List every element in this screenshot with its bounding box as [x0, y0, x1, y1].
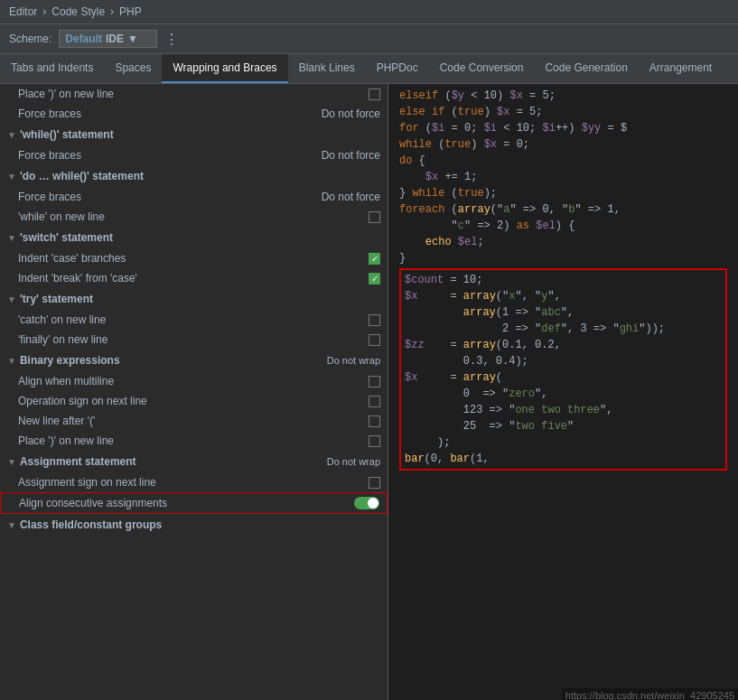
code-line: $x = array( [401, 369, 725, 386]
code-token: while [412, 187, 444, 200]
code-token: true [444, 138, 471, 151]
setting-control[interactable] [369, 415, 380, 427]
setting-row: Operation sign on next line [0, 391, 388, 411]
scheme-label: Scheme: [9, 33, 51, 45]
checkbox[interactable] [369, 396, 380, 407]
checkbox[interactable] [369, 415, 380, 427]
setting-control[interactable] [369, 89, 380, 100]
code-token: ", 3 => " [561, 322, 620, 335]
setting-row: Align when multiline [0, 371, 388, 391]
code-token: ) [471, 138, 483, 151]
code-token: " => 0, " [509, 203, 568, 216]
group-header[interactable]: ▼'do … while()' statement [0, 165, 388, 187]
code-token: ++) [556, 122, 582, 135]
code-line: $x = array("x", "y", [401, 288, 725, 304]
setting-control[interactable] [369, 435, 380, 447]
tab-code-generation[interactable]: Code Generation [534, 54, 638, 83]
breadcrumb-code-style[interactable]: Code Style [51, 5, 105, 18]
checkbox[interactable] [369, 376, 380, 387]
code-token: array [458, 203, 490, 216]
code-line: "c" => 2) as $el) { [396, 218, 731, 234]
code-token: } [399, 252, 406, 265]
scheme-menu-icon[interactable]: ⋮ [164, 31, 179, 48]
code-token: = 5; [509, 106, 542, 118]
group-header[interactable]: ▼Binary expressionsDo not wrap [0, 350, 388, 371]
group-header[interactable]: ▼Class field/constant groups [0, 514, 388, 536]
checkbox[interactable] [369, 334, 380, 346]
code-token: ) [484, 106, 497, 118]
code-token: two five [515, 420, 567, 433]
code-token: c [458, 219, 464, 232]
tab-tabs-indents[interactable]: Tabs and Indents [0, 54, 104, 83]
group-badge: Do not wrap [327, 456, 380, 467]
setting-control[interactable] [369, 211, 380, 223]
tab-arrangement[interactable]: Arrangement [639, 54, 723, 83]
scheme-value: Default [65, 33, 102, 45]
dropdown[interactable]: Do not force [322, 191, 380, 203]
code-token: (0, [425, 453, 451, 465]
code-token: 2 => " [405, 322, 541, 335]
code-token: { [412, 154, 425, 167]
setting-control[interactable] [369, 314, 380, 326]
breadcrumb-editor[interactable]: Editor [9, 5, 37, 18]
checkbox[interactable] [369, 314, 380, 326]
setting-control[interactable] [369, 396, 380, 407]
code-token: zero [509, 387, 535, 400]
setting-control[interactable]: Do not force [322, 107, 380, 120]
dropdown[interactable]: Do not force [322, 107, 380, 120]
code-token: ", " [515, 290, 541, 303]
code-token: ; [477, 236, 483, 248]
tab-blank-lines[interactable]: Blank Lines [288, 54, 366, 83]
setting-control[interactable] [369, 334, 380, 346]
tab-code-conversion[interactable]: Code Conversion [429, 54, 535, 83]
checkbox[interactable] [369, 477, 380, 489]
tab-spaces[interactable]: Spaces [104, 54, 162, 83]
group-header[interactable]: ▼'switch' statement [0, 227, 388, 248]
setting-row: Place ')' on new line [0, 84, 388, 104]
code-token: array [463, 339, 496, 351]
scheme-select[interactable]: Default IDE ▼ [59, 30, 157, 48]
toggle[interactable] [354, 497, 379, 509]
code-token: ); [405, 436, 450, 449]
checkbox[interactable] [369, 435, 380, 447]
code-token: ) { [556, 219, 575, 232]
setting-control[interactable]: Do not force [322, 191, 380, 203]
chevron-icon: ▼ [7, 520, 16, 530]
code-token: ")); [639, 322, 665, 335]
code-token: true [458, 187, 484, 200]
group-header[interactable]: ▼'try' statement [0, 288, 388, 310]
checkbox[interactable] [369, 211, 380, 223]
code-line: 2 => "def", 3 => "ghi")); [401, 321, 725, 337]
code-token: array [463, 306, 496, 319]
setting-control[interactable] [369, 376, 380, 387]
code-line: } while (true); [396, 185, 731, 201]
code-token: $count [405, 274, 444, 286]
code-line: $zz = array(0.1, 0.2, [401, 337, 725, 353]
code-line: else if (true) $x = 5; [396, 104, 731, 120]
setting-label: Force braces [18, 191, 322, 203]
checkbox[interactable] [369, 273, 380, 285]
tab-phpdoc[interactable]: PHPDoc [366, 54, 429, 83]
code-line: 0.3, 0.4); [401, 353, 725, 369]
dropdown[interactable]: Do not force [322, 149, 380, 162]
setting-control[interactable]: Do not force [322, 149, 380, 162]
code-token: ( [496, 371, 502, 384]
group-label: 'while()' statement [20, 128, 114, 141]
setting-control[interactable] [354, 497, 379, 509]
code-token: (1, [470, 453, 490, 465]
setting-control[interactable] [369, 477, 380, 489]
checkbox[interactable] [369, 89, 380, 100]
group-header[interactable]: ▼Assignment statementDo not wrap [0, 451, 388, 472]
code-token: $i [542, 122, 555, 135]
code-line: while (true) $x = 0; [396, 136, 731, 153]
code-token: $x [497, 106, 509, 118]
setting-row: Force bracesDo not force [0, 187, 388, 207]
setting-control[interactable] [369, 253, 380, 265]
scheme-bar: Scheme: Default IDE ▼ ⋮ [0, 24, 738, 54]
group-header[interactable]: ▼'while()' statement [0, 124, 388, 145]
setting-control[interactable] [369, 273, 380, 285]
checkbox[interactable] [369, 253, 380, 265]
code-token: = [417, 290, 462, 303]
tab-wrapping-braces[interactable]: Wrapping and Braces [162, 54, 287, 83]
setting-row: 'while' on new line [0, 207, 388, 227]
